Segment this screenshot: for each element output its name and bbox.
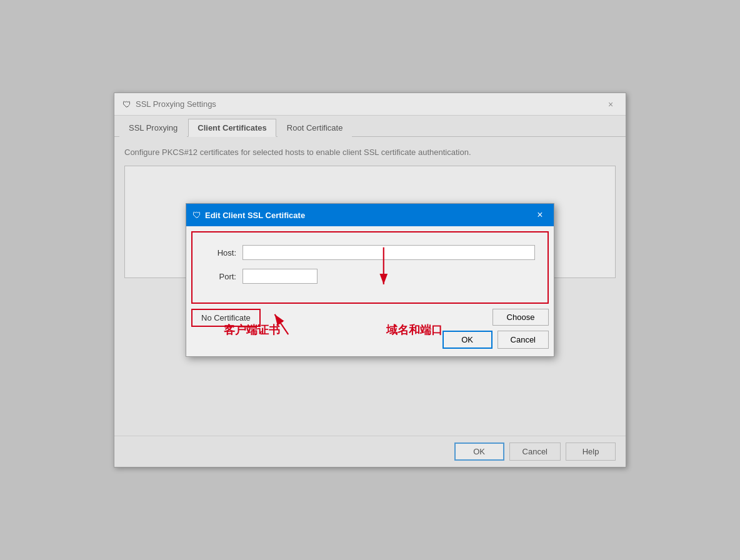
ok-cancel-row: OK Cancel <box>442 331 549 349</box>
dialog-title-bar: 🛡 Edit Client SSL Certificate × <box>186 204 554 226</box>
dialog-right-actions: Choose OK Cancel <box>442 309 549 349</box>
main-window: 🛡 SSL Proxying Settings × SSL Proxying C… <box>114 92 626 468</box>
dialog-ok-button[interactable]: OK <box>442 331 492 349</box>
dialog-overlay: 🛡 Edit Client SSL Certificate × Host: Po… <box>114 93 626 467</box>
dialog-body: Host: Port: <box>191 231 549 304</box>
edit-ssl-certificate-dialog: 🛡 Edit Client SSL Certificate × Host: Po… <box>186 203 554 357</box>
host-row: Host: <box>205 245 535 260</box>
port-label: Port: <box>205 272 236 281</box>
choose-button[interactable]: Choose <box>492 309 549 326</box>
host-input[interactable] <box>242 245 535 260</box>
no-certificate-button[interactable]: No Certificate <box>191 309 261 327</box>
dialog-cancel-button[interactable]: Cancel <box>498 331 549 349</box>
dialog-title-left: 🛡 Edit Client SSL Certificate <box>192 210 305 220</box>
dialog-title-text: Edit Client SSL Certificate <box>205 211 305 220</box>
dialog-close-button[interactable]: × <box>532 208 548 222</box>
port-row: Port: <box>205 269 535 284</box>
port-input[interactable] <box>242 269 318 284</box>
dialog-actions: No Certificate Choose OK Cancel <box>186 309 554 356</box>
dialog-icon: 🛡 <box>192 210 201 220</box>
host-label: Host: <box>205 248 236 258</box>
